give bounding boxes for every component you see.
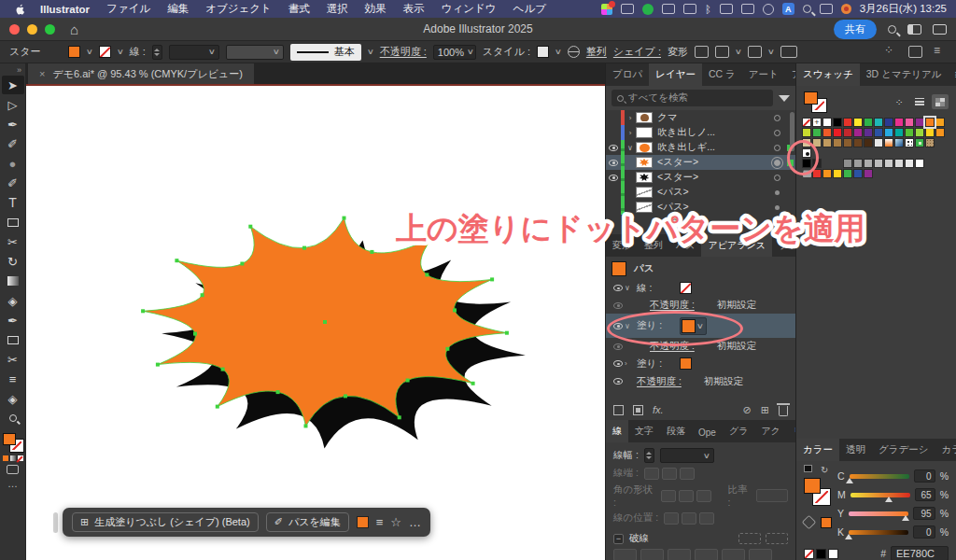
menu-object[interactable]: オブジェクト [197, 2, 280, 16]
appearance-opacity-row[interactable]: 不透明度 : 初期設定 [606, 338, 795, 355]
share-button[interactable]: 共有 [834, 20, 877, 39]
menu-clock[interactable]: 3月26日(水) 13:25 [860, 2, 947, 16]
pattern-view-icon[interactable]: ⁘ [891, 94, 907, 109]
magenta-value[interactable]: 65 [915, 488, 935, 501]
fill-swatch[interactable] [680, 357, 692, 370]
fill-swatch[interactable] [804, 91, 818, 105]
tab-appearance[interactable]: アピアランス [701, 234, 771, 257]
scrollbar[interactable] [790, 112, 794, 151]
properties-icon[interactable]: ⁘ [884, 46, 897, 58]
swatch[interactable] [894, 159, 904, 168]
swatch[interactable] [915, 118, 924, 127]
yellow-slider[interactable] [849, 511, 908, 516]
swatch[interactable] [864, 159, 873, 168]
opacity-value[interactable]: 100%∨ [433, 45, 476, 60]
tool-rotate[interactable]: ↻ [2, 252, 24, 271]
menu-select[interactable]: 選択 [318, 2, 357, 16]
swatch[interactable] [915, 128, 924, 137]
task-bar-grip[interactable] [53, 512, 58, 533]
swatch[interactable] [884, 128, 893, 137]
swatch[interactable] [874, 128, 883, 137]
white-swatch[interactable] [828, 549, 838, 559]
swatch[interactable] [822, 169, 832, 178]
chevron-down-icon[interactable]: ∨ [86, 48, 93, 56]
fill-color-chip[interactable] [68, 46, 80, 58]
corner-bevel-button[interactable] [696, 490, 711, 502]
swatch[interactable] [802, 118, 811, 127]
layer-row-kuma[interactable]: › クマ [606, 110, 795, 125]
list-view-icon[interactable] [911, 94, 928, 109]
spotlight-icon[interactable] [803, 5, 811, 13]
swatch-group-folder-icon[interactable] [802, 169, 811, 178]
swatch[interactable] [905, 118, 914, 127]
tab-pathfinder[interactable]: パス [669, 234, 701, 257]
tab-swatches[interactable]: スウォッチ [796, 63, 860, 86]
menu-icon[interactable]: ≡ [934, 46, 947, 58]
bluetooth-icon[interactable]: ᛒ [705, 4, 711, 15]
swatch[interactable] [853, 169, 863, 178]
draw-mode-icon[interactable] [7, 465, 19, 474]
cyan-value[interactable]: 0 [914, 469, 935, 483]
shape-link[interactable]: シェイプ : [613, 45, 661, 59]
chevron-down-icon[interactable]: ∨ [367, 48, 374, 56]
layer-row-fukidashi-no[interactable]: › 吹き出しノ... [606, 125, 795, 140]
menu-illustrator[interactable]: Illustrator [32, 4, 98, 15]
tool-direct-selection[interactable]: ▷ [2, 95, 24, 114]
arrange-documents-icon[interactable] [907, 24, 921, 35]
black-swatch[interactable] [816, 549, 826, 559]
target-icon[interactable] [769, 145, 784, 151]
tool-selection[interactable]: ➤ [2, 76, 24, 94]
duplicate-item-icon[interactable]: ⊞ [761, 404, 769, 416]
tab-layers[interactable]: レイヤー [649, 63, 702, 86]
control-center-icon[interactable] [820, 4, 833, 14]
miter-limit-field[interactable] [756, 489, 788, 502]
swatch[interactable] [843, 169, 852, 178]
tool-gradient[interactable] [2, 272, 24, 290]
display-icon[interactable] [683, 4, 696, 14]
brush-dropdown[interactable]: ∨ [226, 45, 284, 60]
target-icon[interactable] [769, 175, 784, 181]
filter-icon[interactable] [779, 95, 790, 102]
tab-cc-libraries[interactable]: CC ラ [702, 63, 742, 86]
appearance-stroke-row[interactable]: ∨ 線 : [606, 279, 795, 297]
appearance-opacity-row[interactable]: 不透明度 : 初期設定 [606, 372, 795, 390]
generative-fill-button[interactable]: ⊞ 生成塗りつぶし (シェイプ) (Beta) [72, 512, 259, 532]
fill-stroke-indicator[interactable] [804, 91, 826, 112]
target-icon[interactable] [769, 115, 784, 121]
collapse-icon[interactable]: » [0, 63, 25, 75]
opacity-label[interactable]: 不透明度 : [380, 45, 427, 59]
dash-preserve-button[interactable] [738, 533, 761, 544]
swatch[interactable] [833, 128, 842, 137]
tool-curvature[interactable]: ✐ [2, 134, 24, 153]
cap-butt-button[interactable] [644, 468, 659, 480]
swatch[interactable] [884, 138, 893, 147]
isolate-icon[interactable] [715, 46, 729, 58]
tab-actions[interactable]: アク [754, 420, 786, 442]
swatch[interactable] [894, 128, 904, 137]
tool-pen[interactable]: ✒ [2, 115, 24, 133]
black-value[interactable]: 0 [913, 525, 935, 539]
collapse-icon[interactable]: ∨ [625, 144, 636, 152]
yellow-value[interactable]: 95 [913, 507, 935, 520]
tab-gradient[interactable]: グラデーシ [872, 439, 935, 461]
recolor-icon[interactable] [748, 46, 762, 58]
input-source-icon[interactable]: A [782, 3, 794, 15]
swatch[interactable] [874, 138, 883, 147]
swatch[interactable] [915, 159, 924, 168]
swatch[interactable] [812, 138, 822, 147]
cap-round-button[interactable] [662, 468, 677, 480]
delete-icon[interactable] [779, 406, 788, 416]
align-center-button[interactable] [664, 512, 679, 525]
tab-stroke[interactable]: 線 [606, 420, 628, 442]
target-icon[interactable] [769, 160, 784, 166]
none-swatch[interactable] [804, 549, 814, 559]
more-tools-icon[interactable]: … [7, 478, 18, 489]
swatch[interactable] [935, 118, 945, 127]
stroke-weight-dropdown[interactable]: ∨ [169, 45, 219, 60]
tab-transparency[interactable]: 透明 [839, 439, 872, 461]
grid-view-icon[interactable] [932, 94, 949, 109]
canvas[interactable]: ⊞ 生成塗りつぶし (シェイプ) (Beta) ✐ パスを編集 ≡ ☆ … [26, 84, 605, 560]
chevron-down-icon[interactable]: ∨ [735, 48, 742, 56]
cap-projecting-button[interactable] [680, 468, 695, 480]
tab-align[interactable]: 整列 [638, 234, 669, 257]
